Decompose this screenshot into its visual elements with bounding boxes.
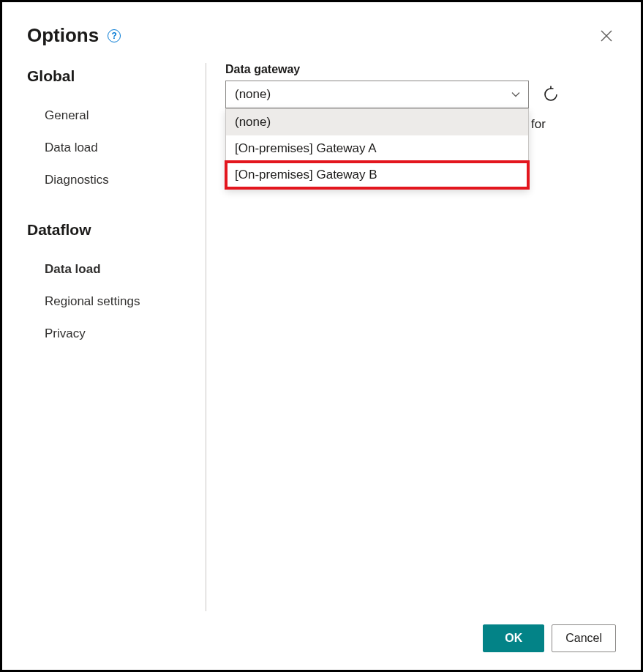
sidebar-item-regional-settings[interactable]: Regional settings (27, 285, 198, 318)
gateway-select-wrap: (none) (none) [On-premises] Gateway A [O… (225, 81, 529, 108)
sidebar-item-global-data-load[interactable]: Data load (27, 132, 198, 164)
gateway-option-b[interactable]: [On-premises] Gateway B (226, 162, 528, 188)
gateway-dropdown: (none) [On-premises] Gateway A [On-premi… (225, 108, 529, 189)
close-icon (600, 29, 613, 42)
sidebar: Global General Data load Diagnostics Dat… (27, 63, 206, 611)
gateway-select-value: (none) (235, 87, 271, 102)
gateway-option-none[interactable]: (none) (226, 109, 528, 135)
gateway-label: Data gateway (225, 63, 616, 76)
chevron-down-icon (511, 89, 521, 100)
dialog-header: Options ? (27, 24, 616, 47)
ok-button[interactable]: OK (483, 624, 544, 652)
gateway-field-row: (none) (none) [On-premises] Gateway A [O… (225, 81, 616, 108)
gateway-trailing-text: for (531, 117, 546, 132)
content-pane: Data gateway (none) (none) [On-premises]… (206, 63, 616, 611)
sidebar-section-global: Global (27, 63, 198, 89)
dialog-body: Global General Data load Diagnostics Dat… (27, 63, 616, 611)
close-button[interactable] (597, 26, 616, 45)
refresh-icon (542, 86, 560, 103)
title-wrap: Options ? (27, 24, 121, 47)
sidebar-item-diagnostics[interactable]: Diagnostics (27, 164, 198, 196)
dialog-footer: OK Cancel (27, 611, 616, 652)
sidebar-item-dataflow-data-load[interactable]: Data load (27, 253, 198, 285)
gateway-refresh-button[interactable] (539, 83, 563, 106)
gateway-select[interactable]: (none) (225, 81, 529, 108)
gateway-option-a[interactable]: [On-premises] Gateway A (226, 135, 528, 162)
dialog-title: Options (27, 24, 99, 47)
sidebar-section-dataflow: Dataflow (27, 217, 198, 243)
options-dialog: Options ? Global General Data load Diagn… (0, 0, 643, 672)
sidebar-item-privacy[interactable]: Privacy (27, 318, 198, 350)
sidebar-item-general[interactable]: General (27, 100, 198, 132)
help-icon[interactable]: ? (108, 29, 121, 42)
cancel-button[interactable]: Cancel (552, 624, 616, 652)
